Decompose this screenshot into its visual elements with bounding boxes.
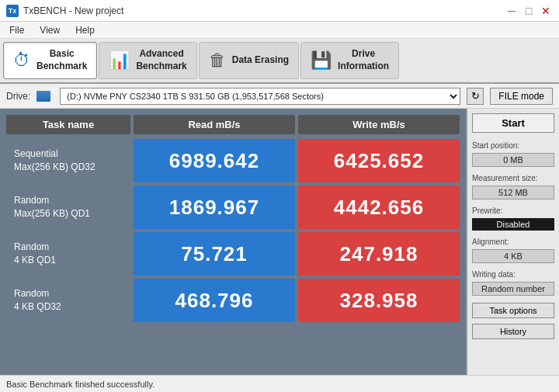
status-text: Basic Benchmark finished successfully. [6, 380, 155, 389]
bench-header: Task name Read mB/s Write mB/s [6, 115, 460, 134]
row-label-4: Random4 KB QD32 [6, 279, 130, 322]
header-read: Read mB/s [134, 115, 295, 134]
writing-data-label: Writing data: [472, 270, 554, 279]
close-button[interactable]: ✕ [539, 4, 553, 18]
advanced-benchmark-icon: 📊 [109, 50, 130, 71]
row-read-4: 468.796 [134, 279, 295, 322]
bench-table: Task name Read mB/s Write mB/s Sequentia… [0, 109, 466, 375]
maximize-button[interactable]: □ [522, 4, 536, 18]
app-icon: Tx [6, 5, 19, 17]
drivebar: Drive: (D:) NVMe PNY CS2340 1TB S 931.50… [0, 84, 559, 109]
row-read-2: 1869.967 [134, 186, 295, 229]
menu-view[interactable]: View [36, 24, 63, 36]
row-read-3: 75.721 [134, 232, 295, 276]
data-erasing-label: Data Erasing [232, 54, 289, 67]
refresh-button[interactable]: ↻ [467, 88, 484, 105]
row-label-2: RandomMax(256 KB) QD1 [6, 186, 130, 229]
advanced-benchmark-label: AdvancedBenchmark [136, 48, 186, 72]
measurement-size-label: Measurement size: [472, 174, 554, 182]
menu-file[interactable]: File [6, 24, 27, 36]
advanced-benchmark-button[interactable]: 📊 AdvancedBenchmark [99, 42, 196, 79]
basic-benchmark-button[interactable]: ⏱ BasicBenchmark [3, 42, 97, 79]
row-label-3: Random4 KB QD1 [6, 232, 130, 276]
row-write-2: 4442.656 [298, 186, 460, 229]
drive-label: Drive: [6, 91, 30, 102]
drive-icon [36, 91, 50, 102]
header-task-name: Task name [6, 115, 130, 134]
start-button[interactable]: Start [472, 113, 554, 133]
table-row: Random4 KB QD1 75.721 247.918 [6, 232, 460, 276]
row-write-3: 247.918 [298, 232, 460, 276]
titlebar-left: Tx TxBENCH - New project [6, 5, 123, 17]
titlebar: Tx TxBENCH - New project ─ □ ✕ [0, 0, 559, 22]
history-button[interactable]: History [472, 324, 554, 339]
row-read-1: 6989.642 [134, 139, 295, 182]
menu-help[interactable]: Help [72, 24, 98, 36]
start-position-value: 0 MB [472, 153, 554, 167]
drive-select[interactable]: (D:) NVMe PNY CS2340 1TB S 931.50 GB (1,… [60, 88, 460, 105]
prewrite-label: Prewrite: [472, 206, 554, 215]
row-label-1: SequentialMax(256 KB) QD32 [6, 139, 130, 182]
measurement-size-value: 512 MB [472, 186, 554, 199]
row-write-1: 6425.652 [298, 139, 460, 182]
data-erasing-button[interactable]: 🗑 Data Erasing [199, 42, 299, 79]
alignment-value: 4 KB [472, 249, 554, 263]
writing-data-value: Random number [472, 282, 554, 296]
toolbar: ⏱ BasicBenchmark 📊 AdvancedBenchmark 🗑 D… [0, 39, 559, 84]
filemode-button[interactable]: FILE mode [490, 88, 553, 105]
alignment-label: Alignment: [472, 238, 554, 246]
drive-information-label: DriveInformation [338, 48, 389, 72]
minimize-button[interactable]: ─ [505, 4, 519, 18]
row-write-4: 328.958 [298, 279, 460, 322]
window-title: TxBENCH - New project [23, 5, 123, 16]
drive-information-button[interactable]: 💾 DriveInformation [300, 42, 399, 79]
titlebar-controls: ─ □ ✕ [505, 4, 553, 18]
task-options-button[interactable]: Task options [472, 303, 554, 318]
table-row: RandomMax(256 KB) QD1 1869.967 4442.656 [6, 186, 460, 229]
right-panel: Start Start position: 0 MB Measurement s… [466, 109, 559, 375]
statusbar: Basic Benchmark finished successfully. [0, 375, 559, 392]
main-content: Task name Read mB/s Write mB/s Sequentia… [0, 109, 559, 375]
table-row: Random4 KB QD32 468.796 328.958 [6, 279, 460, 322]
drive-information-icon: 💾 [311, 50, 332, 71]
table-row: SequentialMax(256 KB) QD32 6989.642 6425… [6, 139, 460, 182]
basic-benchmark-label: BasicBenchmark [36, 48, 87, 72]
header-write: Write mB/s [298, 115, 460, 134]
menubar: File View Help [0, 22, 559, 39]
basic-benchmark-icon: ⏱ [13, 50, 30, 71]
start-position-label: Start position: [472, 141, 554, 150]
prewrite-value: Disabled [472, 218, 554, 231]
data-erasing-icon: 🗑 [209, 50, 226, 71]
